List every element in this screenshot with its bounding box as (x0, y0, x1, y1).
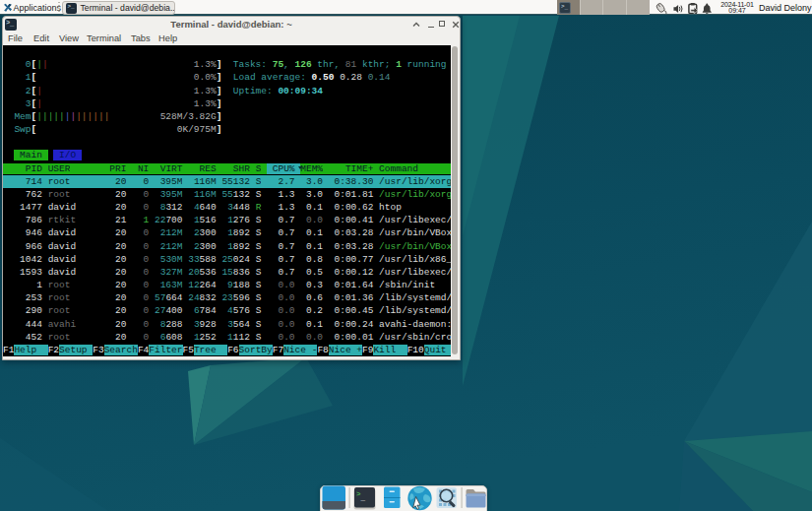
svg-text:_: _ (360, 494, 366, 502)
